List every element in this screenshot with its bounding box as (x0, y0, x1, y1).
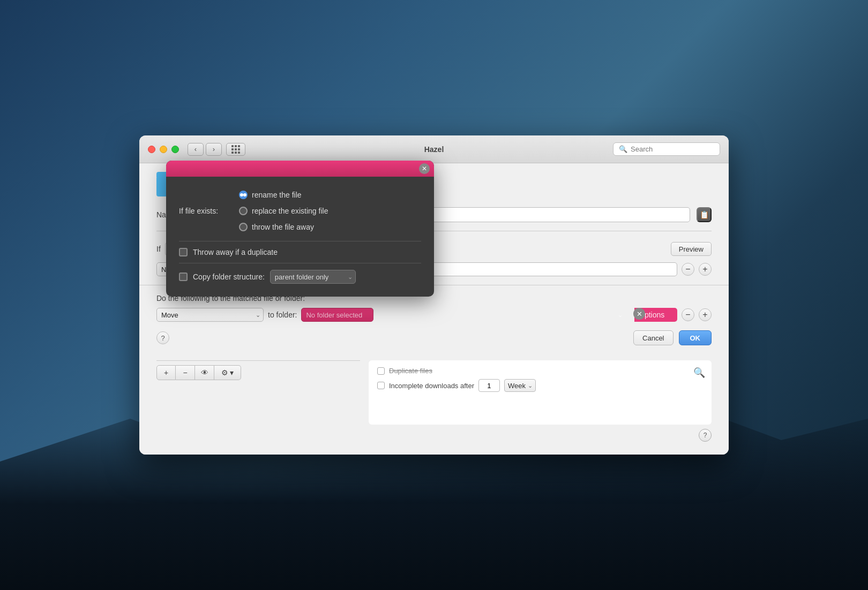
action-select-wrapper: Move (156, 308, 264, 322)
action-select[interactable]: Move (156, 308, 264, 322)
throw-duplicate-label: Throw away if a duplicate (193, 248, 278, 256)
incomplete-unit-wrapper: Week (504, 379, 536, 392)
radio-group: rename the file replace the existing fil… (239, 187, 328, 235)
duplicate-text: Duplicate files (389, 367, 432, 375)
ok-button[interactable]: OK (679, 330, 712, 345)
right-panel: 🔍 Duplicate files Incomplete downloads a… (369, 360, 712, 442)
bottom-toolbar: + − 👁 ⚙ ▾ (156, 360, 360, 380)
copy-folder-select[interactable]: parent folder only (270, 270, 356, 284)
grid-view-button[interactable] (226, 143, 245, 156)
copy-folder-select-wrapper: parent folder only (270, 270, 356, 284)
close-button[interactable] (148, 146, 155, 153)
radio-rename-btn[interactable] (239, 191, 248, 199)
add-action-button[interactable]: + (699, 308, 712, 321)
folder-select-wrapper: No folder selected (301, 308, 626, 322)
radio-replace[interactable]: replace the existing file (239, 203, 328, 218)
lower-content: 🔍 Duplicate files Incomplete downloads a… (369, 360, 712, 425)
popup-body: If file exists: rename the file replace … (166, 177, 434, 297)
remove-action-button[interactable]: − (682, 308, 694, 321)
lower-help-button[interactable]: ? (699, 429, 712, 442)
search-box[interactable]: 🔍 (613, 142, 720, 156)
popup-divider-2 (179, 263, 421, 263)
window-title: Hazel (424, 145, 444, 154)
if-file-exists-row: If file exists: rename the file replace … (179, 187, 421, 235)
minimize-button[interactable] (160, 146, 167, 153)
incomplete-label: Incomplete downloads after (389, 382, 474, 390)
add-toolbar-button[interactable]: + (156, 365, 176, 380)
add-condition-button[interactable]: + (699, 263, 712, 276)
folder-select[interactable]: No folder selected (301, 308, 373, 322)
bottom-bar: ? Cancel OK (156, 322, 712, 347)
back-button[interactable]: ‹ (188, 143, 204, 156)
throw-duplicate-row: Throw away if a duplicate (179, 248, 421, 256)
incomplete-row: Incomplete downloads after Week (377, 379, 703, 392)
preview-button[interactable]: Preview (671, 242, 712, 256)
titlebar: ‹ › Hazel 🔍 (139, 135, 729, 163)
forward-button[interactable]: › (206, 143, 222, 156)
to-folder-label: to folder: (268, 311, 297, 319)
actions-section: Do the following to the matched file or … (156, 294, 712, 322)
lower-right-help: ? (369, 425, 712, 442)
radio-replace-label: replace the existing file (252, 207, 328, 215)
traffic-lights (148, 146, 179, 153)
copy-folder-label: Copy folder structure: (193, 273, 265, 281)
maximize-button[interactable] (171, 146, 179, 153)
radio-throw[interactable]: throw the file away (239, 220, 328, 235)
throw-duplicate-checkbox[interactable] (179, 248, 188, 256)
options-popup[interactable]: ✕ If file exists: rename the file replac… (166, 161, 434, 297)
radio-throw-label: throw the file away (252, 223, 314, 231)
cancel-button[interactable]: Cancel (633, 330, 673, 345)
duplicate-row: Duplicate files (377, 367, 703, 375)
search-icon: 🔍 (619, 145, 627, 153)
radio-rename[interactable]: rename the file (239, 187, 328, 202)
gear-toolbar-button[interactable]: ⚙ ▾ (214, 365, 241, 380)
note-button[interactable]: 📋 (697, 207, 712, 222)
popup-topbar: ✕ (166, 161, 434, 177)
grid-icon (231, 145, 240, 154)
incomplete-checkbox[interactable] (377, 382, 385, 389)
search-input[interactable] (631, 145, 714, 153)
popup-close-x-button[interactable]: ✕ (633, 308, 645, 320)
popup-topbar-close-button[interactable]: ✕ (419, 163, 430, 174)
incomplete-unit-select[interactable]: Week (504, 379, 536, 392)
remove-condition-button[interactable]: − (682, 263, 694, 276)
help-button[interactable]: ? (156, 331, 169, 344)
copy-folder-checkbox[interactable] (179, 273, 188, 281)
popup-divider-1 (179, 241, 421, 241)
left-panel: + − 👁 ⚙ ▾ (156, 360, 360, 442)
copy-folder-row: Copy folder structure: parent folder onl… (179, 270, 421, 284)
lower-search-btn[interactable]: 🔍 (693, 367, 705, 379)
remove-toolbar-button[interactable]: − (176, 365, 195, 380)
eye-toolbar-button[interactable]: 👁 (195, 365, 214, 380)
duplicate-checkbox[interactable] (377, 367, 385, 375)
radio-rename-label: rename the file (252, 191, 302, 199)
nav-buttons: ‹ › (188, 143, 222, 156)
radio-throw-btn[interactable] (239, 223, 248, 231)
if-file-exists-label: If file exists: (179, 207, 233, 215)
lower-area: + − 👁 ⚙ ▾ 🔍 Duplicate files Incomplete d… (139, 360, 729, 455)
if-label: If (156, 245, 161, 253)
action-row: Move to folder: No folder selected ✕ Opt… (156, 308, 712, 322)
incomplete-number-input[interactable] (478, 379, 500, 392)
radio-replace-btn[interactable] (239, 207, 248, 215)
